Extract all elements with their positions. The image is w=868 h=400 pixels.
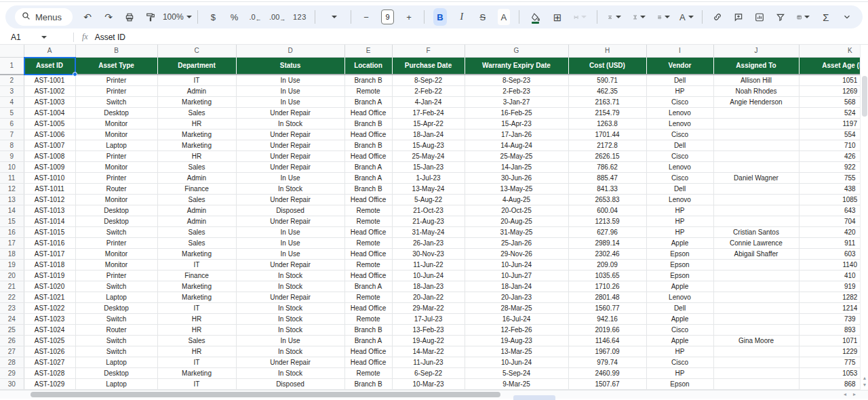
cell[interactable]: Under Repair — [236, 357, 344, 367]
cell[interactable]: In Stock — [236, 367, 344, 378]
cell[interactable]: Under Repair — [236, 194, 344, 205]
cell[interactable]: Head Office — [344, 194, 392, 205]
cell[interactable]: Finance — [157, 270, 236, 281]
cell[interactable]: Desktop — [75, 302, 157, 313]
cell[interactable]: Branch B — [344, 75, 392, 85]
row-header[interactable]: 13 — [0, 194, 24, 205]
cell[interactable]: 10-Mar-23 — [392, 378, 465, 389]
scroll-down-icon[interactable]: ▼ — [863, 382, 867, 387]
row-header[interactable]: 11 — [0, 172, 24, 183]
row-header[interactable]: 24 — [0, 313, 24, 324]
cell[interactable]: Monitor — [75, 129, 157, 140]
header-cell[interactable]: Purchase Date — [392, 57, 465, 75]
cell[interactable]: 438 — [799, 183, 860, 194]
header-cell[interactable]: Asset Type — [75, 57, 157, 75]
cell[interactable]: Switch — [75, 335, 157, 346]
cell[interactable] — [713, 129, 799, 140]
cell[interactable]: 1701.44 — [568, 129, 646, 140]
cell[interactable]: AST-1009 — [24, 161, 75, 172]
cell[interactable]: Dell — [646, 183, 713, 194]
cell[interactable]: AST-1019 — [24, 270, 75, 281]
cell[interactable]: 1214 — [799, 302, 860, 313]
italic-button[interactable]: I — [456, 9, 468, 25]
cell[interactable]: Switch — [75, 226, 157, 237]
horizontal-scrollbar-thumb[interactable] — [31, 392, 500, 397]
cell[interactable]: 31-May-25 — [465, 226, 568, 237]
cell[interactable]: AST-1017 — [24, 248, 75, 259]
cell[interactable]: AST-1025 — [24, 335, 75, 346]
cell[interactable]: Marketing — [157, 248, 236, 259]
cell[interactable]: Router — [75, 324, 157, 335]
row-header[interactable]: 30 — [0, 378, 24, 389]
cell[interactable]: Lenovo — [646, 292, 713, 302]
cell[interactable]: Branch A — [344, 172, 392, 183]
cell[interactable]: AST-1006 — [24, 129, 75, 140]
cell[interactable]: 1140 — [799, 259, 860, 270]
name-box[interactable]: A1 — [0, 33, 73, 42]
cell[interactable]: IT — [157, 357, 236, 367]
cell[interactable]: 10-Jun-24 — [392, 270, 465, 281]
cell[interactable]: 1053 — [799, 367, 860, 378]
print-icon[interactable] — [123, 9, 136, 25]
cell[interactable]: Branch A — [344, 335, 392, 346]
cell[interactable]: In Stock — [236, 270, 344, 281]
zoom-control[interactable]: 100% — [165, 9, 189, 25]
cell[interactable]: 25-May-24 — [392, 151, 465, 161]
cell[interactable] — [713, 346, 799, 357]
cell[interactable]: In Use — [236, 335, 344, 346]
cell[interactable] — [713, 151, 799, 161]
column-header-b[interactable]: B — [75, 45, 157, 57]
cell[interactable]: 6-Sep-22 — [392, 367, 465, 378]
strikethrough-button[interactable]: S — [477, 9, 489, 25]
cell[interactable] — [713, 259, 799, 270]
cell[interactable]: 28-Mar-25 — [465, 302, 568, 313]
cell[interactable]: HP — [646, 205, 713, 216]
cell[interactable]: In Use — [236, 96, 344, 107]
row-header[interactable]: 10 — [0, 161, 24, 172]
cell[interactable]: In Use — [236, 85, 344, 96]
cell[interactable]: 13-May-25 — [465, 183, 568, 194]
cell[interactable]: Lenovo — [646, 107, 713, 118]
cell[interactable]: 16-Feb-25 — [465, 107, 568, 118]
cell[interactable]: 524 — [799, 107, 860, 118]
cell[interactable]: AST-1026 — [24, 346, 75, 357]
cell[interactable] — [713, 324, 799, 335]
cell[interactable]: Angie Henderson — [713, 96, 799, 107]
cell[interactable]: AST-1027 — [24, 357, 75, 367]
cell[interactable]: 17-Jan-26 — [465, 129, 568, 140]
cell[interactable]: AST-1012 — [24, 194, 75, 205]
font-family-dropdown[interactable] — [324, 9, 342, 25]
cell[interactable]: Under Repair — [236, 129, 344, 140]
cell[interactable]: In Stock — [236, 346, 344, 357]
cell[interactable]: 1269 — [799, 85, 860, 96]
column-header-h[interactable]: H — [568, 45, 646, 57]
row-header[interactable]: 14 — [0, 205, 24, 216]
cell[interactable]: In Use — [236, 172, 344, 183]
cell[interactable]: Head Office — [344, 248, 392, 259]
cell[interactable]: 25-Jan-26 — [465, 237, 568, 248]
cell[interactable]: Router — [75, 183, 157, 194]
cell[interactable]: Printer — [75, 237, 157, 248]
cell[interactable]: Admin — [157, 172, 236, 183]
cell[interactable]: AST-1028 — [24, 367, 75, 378]
cell[interactable]: 2801.48 — [568, 292, 646, 302]
cell[interactable]: 426 — [799, 151, 860, 161]
cell[interactable]: 2-Feb-23 — [465, 85, 568, 96]
cell[interactable]: Lenovo — [646, 118, 713, 129]
cell[interactable]: AST-1001 — [24, 75, 75, 85]
cell[interactable]: 19-Aug-22 — [392, 335, 465, 346]
cell[interactable]: 20-Aug-25 — [465, 216, 568, 226]
cell[interactable]: Head Office — [344, 129, 392, 140]
cell[interactable]: 3-Jan-27 — [465, 96, 568, 107]
cell[interactable]: AST-1007 — [24, 140, 75, 151]
cell[interactable]: Apple — [646, 237, 713, 248]
header-cell[interactable]: Asset ID — [24, 57, 75, 75]
cell[interactable]: AST-1024 — [24, 324, 75, 335]
cell[interactable]: Under Repair — [236, 107, 344, 118]
cell[interactable]: Laptop — [75, 357, 157, 367]
cell[interactable]: HP — [646, 226, 713, 237]
cell[interactable]: Dell — [646, 302, 713, 313]
cell[interactable]: In Stock — [236, 313, 344, 324]
horizontal-scrollbar[interactable]: ◂ ▸ — [0, 390, 868, 399]
cell[interactable]: Switch — [75, 281, 157, 292]
